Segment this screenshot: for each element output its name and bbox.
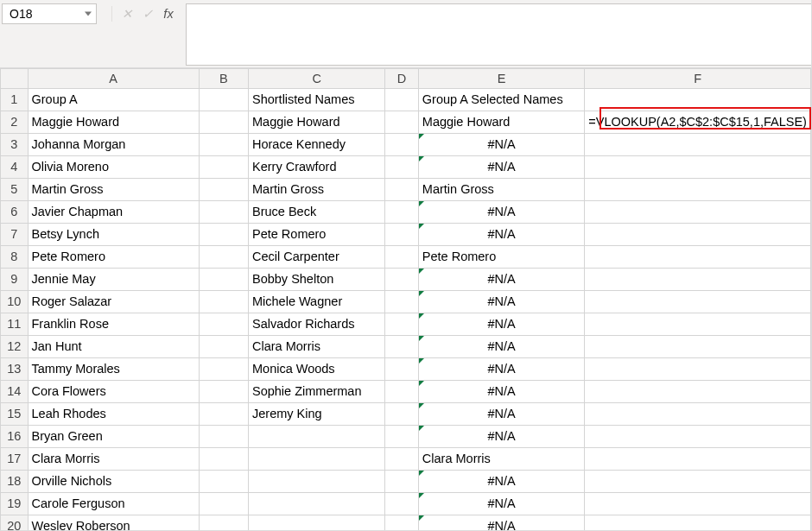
cell[interactable]: [585, 246, 811, 269]
col-header-D[interactable]: D: [385, 69, 419, 89]
cell[interactable]: [385, 448, 419, 471]
cell[interactable]: [199, 313, 248, 336]
cell[interactable]: [385, 313, 419, 336]
row-header[interactable]: 18: [1, 471, 29, 493]
cell[interactable]: [199, 426, 248, 448]
cell[interactable]: [385, 336, 419, 358]
cell[interactable]: Monica Woods: [248, 358, 384, 381]
cell[interactable]: [385, 224, 419, 246]
row-header[interactable]: 3: [1, 134, 29, 156]
cell[interactable]: [585, 358, 811, 381]
cell[interactable]: [199, 381, 248, 403]
cell[interactable]: Javier Chapman: [28, 201, 199, 224]
cell[interactable]: [585, 313, 811, 336]
cell[interactable]: [199, 269, 248, 291]
cell[interactable]: #N/A: [418, 515, 584, 531]
cell[interactable]: #N/A: [418, 403, 584, 426]
cell[interactable]: Betsy Lynch: [28, 224, 199, 246]
row-header[interactable]: 6: [1, 201, 29, 224]
row-header[interactable]: 9: [1, 269, 29, 291]
cell[interactable]: #N/A: [418, 156, 584, 179]
chevron-down-icon[interactable]: [84, 9, 92, 18]
row-header[interactable]: 13: [1, 358, 29, 381]
cell[interactable]: Jeremy King: [248, 403, 384, 426]
cell[interactable]: Group A: [28, 89, 199, 111]
cell[interactable]: [385, 89, 419, 111]
cell[interactable]: [385, 269, 419, 291]
row-header[interactable]: 19: [1, 493, 29, 515]
row-header[interactable]: 5: [1, 179, 29, 201]
cell[interactable]: Pete Romero: [418, 246, 584, 269]
cell[interactable]: [199, 336, 248, 358]
cell[interactable]: Franklin Rose: [28, 313, 199, 336]
cell[interactable]: Cecil Carpenter: [248, 246, 384, 269]
row-header[interactable]: 2: [1, 111, 29, 134]
cell[interactable]: [248, 493, 384, 515]
cell[interactable]: Martin Gross: [418, 179, 584, 201]
cell[interactable]: [385, 426, 419, 448]
cell[interactable]: [585, 426, 811, 448]
cell[interactable]: [385, 179, 419, 201]
cell[interactable]: Tammy Morales: [28, 358, 199, 381]
cell[interactable]: [585, 403, 811, 426]
cell[interactable]: [199, 156, 248, 179]
fx-icon[interactable]: fx: [162, 8, 174, 20]
cell[interactable]: Bryan Green: [28, 426, 199, 448]
cell[interactable]: [585, 336, 811, 358]
cell[interactable]: [585, 291, 811, 313]
cell[interactable]: [248, 448, 384, 471]
cell[interactable]: [385, 358, 419, 381]
cell[interactable]: [585, 156, 811, 179]
row-header[interactable]: 16: [1, 426, 29, 448]
cell[interactable]: [385, 156, 419, 179]
col-header-F[interactable]: F: [585, 69, 811, 89]
row-header[interactable]: 17: [1, 448, 29, 471]
cell[interactable]: Group A Selected Names: [418, 89, 584, 111]
row-header[interactable]: 7: [1, 224, 29, 246]
row-header[interactable]: 10: [1, 291, 29, 313]
cell[interactable]: [199, 246, 248, 269]
cell[interactable]: [199, 471, 248, 493]
name-box[interactable]: O18: [2, 3, 97, 24]
cell[interactable]: [199, 134, 248, 156]
cell[interactable]: Salvador Richards: [248, 313, 384, 336]
cell[interactable]: Olivia Moreno: [28, 156, 199, 179]
cell[interactable]: [385, 201, 419, 224]
cell[interactable]: Clara Morris: [248, 336, 384, 358]
cell[interactable]: [199, 403, 248, 426]
cell[interactable]: [248, 471, 384, 493]
cell[interactable]: [585, 515, 811, 531]
cell[interactable]: #N/A: [418, 381, 584, 403]
cell[interactable]: [248, 426, 384, 448]
cell[interactable]: [248, 515, 384, 531]
cell[interactable]: #N/A: [418, 358, 584, 381]
cell[interactable]: Pete Romero: [248, 224, 384, 246]
cell[interactable]: Maggie Howard: [418, 111, 584, 134]
cell[interactable]: Jennie May: [28, 269, 199, 291]
cell[interactable]: Bobby Shelton: [248, 269, 384, 291]
cell[interactable]: Horace Kennedy: [248, 134, 384, 156]
cell[interactable]: [385, 493, 419, 515]
cell[interactable]: [199, 493, 248, 515]
cell[interactable]: [585, 134, 811, 156]
cell[interactable]: Shortlisted Names: [248, 89, 384, 111]
cell[interactable]: Jan Hunt: [28, 336, 199, 358]
cell[interactable]: [385, 291, 419, 313]
row-header[interactable]: 8: [1, 246, 29, 269]
cell[interactable]: Leah Rhodes: [28, 403, 199, 426]
cell[interactable]: #N/A: [418, 269, 584, 291]
cell[interactable]: [585, 471, 811, 493]
cell[interactable]: #N/A: [418, 313, 584, 336]
cell[interactable]: Kerry Crawford: [248, 156, 384, 179]
cell[interactable]: [199, 201, 248, 224]
cell[interactable]: #N/A: [418, 224, 584, 246]
cell[interactable]: [199, 291, 248, 313]
cell[interactable]: [385, 515, 419, 531]
col-header-C[interactable]: C: [248, 69, 384, 89]
cell[interactable]: #N/A: [418, 471, 584, 493]
cell[interactable]: Johanna Morgan: [28, 134, 199, 156]
cell[interactable]: Orville Nichols: [28, 471, 199, 493]
cell[interactable]: Roger Salazar: [28, 291, 199, 313]
cell[interactable]: [199, 515, 248, 531]
cell[interactable]: #N/A: [418, 134, 584, 156]
